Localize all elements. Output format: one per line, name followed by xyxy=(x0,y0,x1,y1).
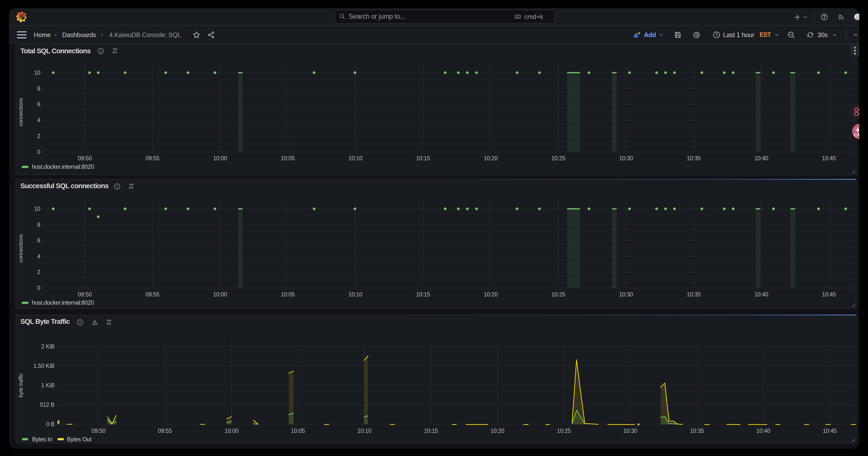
svg-text:10:45: 10:45 xyxy=(822,291,836,298)
svg-text:1.50 KiB: 1.50 KiB xyxy=(33,363,55,369)
svg-text:byte traffic: byte traffic xyxy=(18,373,24,398)
svg-text:10:45: 10:45 xyxy=(823,428,837,434)
svg-text:10:20: 10:20 xyxy=(484,155,498,162)
svg-text:connections: connections xyxy=(18,234,24,263)
svg-text:8: 8 xyxy=(37,222,40,228)
svg-text:10:30: 10:30 xyxy=(619,155,633,162)
svg-text:10: 10 xyxy=(34,206,40,212)
svg-text:1 KiB: 1 KiB xyxy=(41,382,55,389)
svg-text:4: 4 xyxy=(37,117,40,123)
svg-text:10:00: 10:00 xyxy=(225,428,239,434)
svg-text:09:55: 09:55 xyxy=(146,155,159,162)
svg-text:connections: connections xyxy=(18,98,24,126)
svg-text:10:05: 10:05 xyxy=(281,155,295,162)
svg-text:2 KiB: 2 KiB xyxy=(41,343,55,350)
svg-text:0: 0 xyxy=(37,285,40,291)
svg-text:512 B: 512 B xyxy=(40,401,55,408)
svg-text:10: 10 xyxy=(34,69,40,76)
svg-text:0 B: 0 B xyxy=(46,421,55,427)
svg-text:09:55: 09:55 xyxy=(158,428,172,434)
svg-text:10:25: 10:25 xyxy=(551,291,565,298)
svg-text:10:30: 10:30 xyxy=(623,428,637,434)
svg-text:09:50: 09:50 xyxy=(92,428,105,434)
svg-text:host.docker.internal:8020: host.docker.internal:8020 xyxy=(32,300,94,306)
svg-text:6: 6 xyxy=(37,101,40,108)
svg-text:8: 8 xyxy=(37,85,40,92)
svg-text:10:45: 10:45 xyxy=(822,155,836,162)
svg-text:2: 2 xyxy=(37,269,40,275)
svg-text:6: 6 xyxy=(37,237,40,244)
svg-text:0: 0 xyxy=(37,149,40,155)
svg-text:10:05: 10:05 xyxy=(291,428,305,434)
svg-text:10:40: 10:40 xyxy=(754,155,768,162)
svg-text:10:20: 10:20 xyxy=(484,291,498,298)
svg-text:10:40: 10:40 xyxy=(756,428,770,434)
svg-text:10:40: 10:40 xyxy=(754,291,768,298)
svg-text:10:00: 10:00 xyxy=(213,155,227,162)
svg-text:10:35: 10:35 xyxy=(687,155,701,162)
svg-text:10:25: 10:25 xyxy=(551,155,565,162)
svg-text:4: 4 xyxy=(37,253,40,260)
svg-text:10:10: 10:10 xyxy=(348,291,362,298)
svg-text:10:30: 10:30 xyxy=(619,291,633,298)
svg-text:10:15: 10:15 xyxy=(416,155,430,162)
svg-text:10:10: 10:10 xyxy=(358,428,371,434)
svg-text:10:10: 10:10 xyxy=(348,155,362,162)
svg-text:2: 2 xyxy=(37,133,40,139)
svg-text:10:25: 10:25 xyxy=(557,428,571,434)
svg-text:10:20: 10:20 xyxy=(491,428,504,434)
svg-text:Bytes Out: Bytes Out xyxy=(67,436,92,443)
svg-text:10:00: 10:00 xyxy=(213,291,227,298)
svg-text:10:15: 10:15 xyxy=(424,428,438,434)
svg-text:09:50: 09:50 xyxy=(78,155,92,162)
svg-text:09:55: 09:55 xyxy=(146,291,159,298)
svg-text:10:35: 10:35 xyxy=(687,291,701,298)
svg-text:Bytes In: Bytes In xyxy=(32,436,52,443)
svg-text:09:50: 09:50 xyxy=(78,291,92,298)
svg-text:host.docker.internal:8020: host.docker.internal:8020 xyxy=(32,164,94,170)
svg-text:10:05: 10:05 xyxy=(281,291,295,298)
svg-text:10:15: 10:15 xyxy=(416,291,430,298)
svg-text:10:35: 10:35 xyxy=(690,428,704,434)
